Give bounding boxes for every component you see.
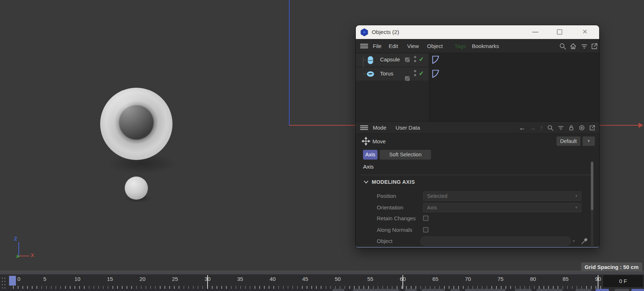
object-name[interactable]: Capsule xyxy=(380,56,400,62)
frame-label: 45 xyxy=(302,276,308,282)
menu-object[interactable]: Object xyxy=(427,39,443,53)
panel-menu-icon[interactable] xyxy=(360,44,368,48)
frame-label: 10 xyxy=(74,276,81,282)
world-x-axis-line xyxy=(289,125,356,126)
timeline-ruler[interactable]: 0 5 10 15 20 25 30 35 40 45 50 55 60 65 … xyxy=(0,274,644,291)
home-icon[interactable] xyxy=(570,43,577,50)
chevron-down-icon: ▼ xyxy=(575,203,578,212)
external-link-icon[interactable] xyxy=(591,43,598,50)
menu-bookmarks[interactable]: Bookmarks xyxy=(472,39,499,53)
parent-up-icon[interactable]: ↑ xyxy=(540,125,543,131)
along-normals-checkbox[interactable] xyxy=(423,227,428,233)
phong-tag-icon[interactable] xyxy=(432,55,440,64)
enabled-check-icon[interactable]: ✓ xyxy=(419,56,424,63)
visibility-dot-top[interactable] xyxy=(414,70,416,72)
divider xyxy=(360,175,594,175)
panel-menu-icon[interactable] xyxy=(360,125,368,130)
menu-file[interactable]: File xyxy=(373,39,381,53)
viewport-bottom-edge xyxy=(0,271,644,274)
toolbar-button-partial[interactable] xyxy=(465,289,506,291)
world-z-axis-line xyxy=(289,0,290,125)
world-x-axis-arrow xyxy=(639,123,643,128)
external-link-icon[interactable] xyxy=(589,125,596,131)
timeline-grip-handle[interactable] xyxy=(1,277,6,289)
eyedropper-icon[interactable] xyxy=(581,238,588,245)
toolbar-button-partial[interactable] xyxy=(615,289,629,291)
group-modeling-axis[interactable]: MODELING AXIS xyxy=(372,179,415,185)
frame-label: 75 xyxy=(498,276,504,282)
search-icon[interactable] xyxy=(559,43,566,50)
visibility-dot-bottom[interactable] xyxy=(414,60,416,62)
minimize-button[interactable] xyxy=(532,32,538,32)
chevron-down-icon[interactable]: ▼ xyxy=(572,236,576,246)
move-tool-icon xyxy=(362,137,370,146)
grid-spacing-badge: Grid Spacing : 50 cm xyxy=(581,262,642,272)
window-title: Objects (2) xyxy=(372,25,399,39)
toolbar-button-partial[interactable] xyxy=(422,289,445,291)
toolbar-button-partial[interactable] xyxy=(576,289,592,291)
layer-toggle-icon[interactable] xyxy=(405,57,410,62)
frame-label: 20 xyxy=(140,276,146,282)
tag-column xyxy=(429,53,599,121)
toolbar-button-partial[interactable] xyxy=(405,289,417,291)
menu-tags[interactable]: Tags xyxy=(455,39,466,53)
torus-object[interactable] xyxy=(100,88,172,160)
filter-icon[interactable] xyxy=(558,125,564,131)
tab-axis[interactable]: Axis xyxy=(363,150,378,160)
toolbar-button-partial-active[interactable] xyxy=(631,289,644,291)
orientation-dropdown[interactable]: Axis ▼ xyxy=(423,203,581,212)
cinema4d-logo-icon xyxy=(360,28,368,36)
filter-icon[interactable] xyxy=(581,43,588,50)
visibility-dot-top[interactable] xyxy=(414,56,416,58)
tab-soft-selection[interactable]: Soft Selection xyxy=(380,150,431,160)
frame-label: 65 xyxy=(432,276,439,282)
frame-label: 35 xyxy=(237,276,243,282)
orientation-value: Axis xyxy=(427,205,437,210)
toolbar-button-partial[interactable] xyxy=(333,289,344,291)
search-icon[interactable] xyxy=(547,125,554,131)
toolbar-button-partial[interactable] xyxy=(451,289,460,291)
timeline-playhead[interactable] xyxy=(9,276,16,286)
history-back-icon[interactable]: ← xyxy=(519,125,525,131)
retain-changes-checkbox[interactable] xyxy=(423,216,428,221)
section-title: Axis xyxy=(363,164,374,170)
window-titlebar[interactable]: Objects (2) ✕ xyxy=(356,25,599,39)
toolbar-button-partial-active[interactable] xyxy=(596,289,609,291)
object-link-input[interactable] xyxy=(420,236,571,246)
major-tick-90 xyxy=(598,275,598,289)
phong-tag-icon[interactable] xyxy=(432,69,440,78)
menu-user-data[interactable]: User Data xyxy=(396,122,420,134)
current-frame-field[interactable]: 0 F xyxy=(603,275,643,287)
torus-icon xyxy=(366,71,375,77)
toolbar-button-partial[interactable] xyxy=(515,289,532,291)
preset-dropdown-arrow[interactable]: ▼ xyxy=(583,136,595,146)
objects-menubar: File Edit View Object Tags Bookmarks xyxy=(356,39,599,53)
menu-edit[interactable]: Edit xyxy=(389,39,398,53)
object-name[interactable]: Torus xyxy=(380,70,393,77)
menu-mode[interactable]: Mode xyxy=(373,122,387,134)
close-button[interactable]: ✕ xyxy=(582,28,588,36)
timeline-bottom-strip xyxy=(0,289,644,291)
maximize-button[interactable] xyxy=(557,29,562,35)
object-manager-list: Capsule ✓ Torus ✓ xyxy=(356,53,599,121)
chevron-down-icon[interactable] xyxy=(364,181,368,184)
position-value: Selected xyxy=(427,193,447,199)
enabled-check-icon[interactable]: ✓ xyxy=(419,70,424,77)
scrollbar-thumb[interactable] xyxy=(591,162,593,210)
toolbar-button-partial[interactable] xyxy=(537,289,563,291)
position-dropdown[interactable]: Selected ▼ xyxy=(423,191,581,201)
retain-changes-label: Retain Changes xyxy=(377,214,416,223)
attribute-toolbar-icons: ← → ↑ xyxy=(519,122,596,134)
layer-toggle-icon[interactable] xyxy=(405,76,410,81)
toolbar-button-partial[interactable] xyxy=(353,289,399,291)
visibility-dot-bottom[interactable] xyxy=(414,74,416,76)
history-forward-icon[interactable]: → xyxy=(529,125,536,131)
frame-label: 70 xyxy=(465,276,471,282)
lock-icon[interactable] xyxy=(568,125,575,131)
target-icon[interactable] xyxy=(579,125,585,131)
capsule-object[interactable] xyxy=(125,177,148,200)
preset-dropdown[interactable]: Default xyxy=(556,136,580,146)
axis-gizmo-x-label: X xyxy=(31,252,34,258)
frame-label: 0 xyxy=(17,276,20,282)
menu-view[interactable]: View xyxy=(407,39,419,53)
